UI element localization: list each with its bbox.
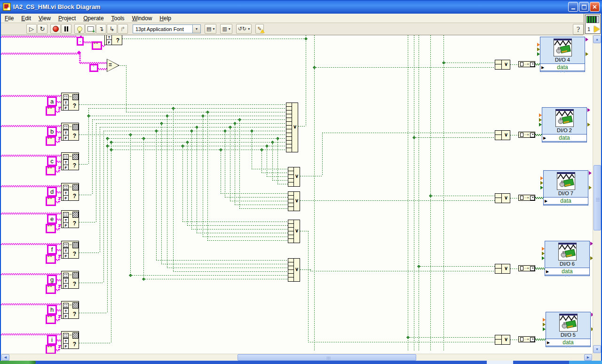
close-button[interactable]: ✕ <box>590 2 600 12</box>
pause-button[interactable] <box>61 24 71 34</box>
run-button[interactable]: ▷ <box>26 24 37 34</box>
vertical-scroll-thumb[interactable] <box>594 165 601 230</box>
retain-wire-values-button[interactable] <box>85 24 95 34</box>
font-selector-dropdown[interactable]: ▾ <box>193 24 201 33</box>
scroll-down-button[interactable]: ▼ <box>593 345 601 353</box>
menu-window[interactable]: Window <box>128 14 156 23</box>
vi-icon[interactable]: 1 <box>585 15 601 34</box>
scroll-left-button[interactable]: ◀ <box>1 354 9 361</box>
string-constant-h[interactable]: h <box>47 305 57 315</box>
match-pattern-node[interactable]: →TF? <box>61 93 79 111</box>
match-pattern-node[interactable]: →TF? <box>61 183 79 201</box>
expand-chevron-icon[interactable]: ⌄⌄ <box>544 204 588 205</box>
expand-chevron-icon[interactable]: ⌄⌄ <box>545 275 589 276</box>
string-constant-g[interactable]: g <box>47 275 57 285</box>
mn-chk <box>72 212 79 218</box>
daq-block-dio7[interactable]: DI/O 7▶data⌄⌄ <box>543 170 588 206</box>
string-constant-i[interactable]: i <box>47 335 57 345</box>
string-constant-c[interactable]: c <box>47 156 57 166</box>
empty-string-constant[interactable]: "" <box>46 315 56 324</box>
match-pattern-node[interactable]: →TF? <box>61 241 79 259</box>
menu-file[interactable]: File <box>1 14 17 23</box>
step-into-button[interactable]: ↴ <box>96 24 106 34</box>
scroll-right-button[interactable]: ▶ <box>584 354 592 361</box>
convert-to-dynamic-data-node[interactable]: ··+ <box>518 132 535 138</box>
empty-string-constant[interactable]: "" <box>46 285 56 294</box>
empty-string-constant[interactable]: "" <box>46 224 56 233</box>
match-pattern-node[interactable]: →TF? <box>61 331 79 349</box>
empty-string-constant[interactable]: "" <box>46 166 56 175</box>
reorder-button[interactable]: ↺↻▾ <box>236 24 252 34</box>
highlight-execution-button[interactable] <box>74 24 85 34</box>
align-objects-button[interactable]: ▤▾ <box>205 24 216 34</box>
block-diagram-canvas[interactable]: a""→TF?b""→TF?c""→TF?d""→TF?e""→TF?f""→T… <box>1 35 593 354</box>
empty-string-constant[interactable]: "" <box>92 41 102 50</box>
step-out-button[interactable]: ↱ <box>118 24 128 34</box>
string-constant-partial[interactable]: · <box>77 37 84 46</box>
compound-or-node[interactable]: ∨ <box>288 191 300 211</box>
taskbar-item[interactable] <box>487 361 513 364</box>
empty-string-constant[interactable]: "" <box>46 106 56 116</box>
match-pattern-node[interactable]: →TF? <box>61 301 79 319</box>
string-constant-d[interactable]: d <box>47 187 57 197</box>
empty-string-constant[interactable]: "" <box>46 197 56 206</box>
convert-to-dynamic-data-node[interactable]: ··+ <box>518 61 535 67</box>
compound-or-node[interactable]: ∨ <box>288 220 300 243</box>
or-2-input-node[interactable]: ∨ <box>495 264 510 274</box>
daq-block-name: DI/O 5 <box>546 332 590 338</box>
distribute-objects-button[interactable]: ▥▾ <box>220 24 232 34</box>
cleanup-diagram-button[interactable]: ✎ <box>255 24 263 34</box>
or-2-input-node[interactable]: ∨ <box>495 335 510 345</box>
daq-block-dio5[interactable]: DI/O 5▶data⌄⌄ <box>546 312 591 347</box>
wire-boolean <box>79 343 111 343</box>
menu-view[interactable]: View <box>35 14 55 23</box>
expand-chevron-icon[interactable]: ⌄⌄ <box>540 71 585 71</box>
match-pattern-node[interactable]: →TF? <box>104 35 122 45</box>
abort-button[interactable] <box>50 24 61 34</box>
compound-or-node[interactable]: ∨ <box>288 258 300 282</box>
or-2-input-node[interactable]: ∨ <box>495 193 510 203</box>
context-help-button[interactable]: ? <box>573 24 584 35</box>
horizontal-scroll-thumb[interactable] <box>238 354 416 361</box>
empty-string-constant[interactable]: "" <box>46 254 56 264</box>
match-pattern-node[interactable]: →TF? <box>61 210 79 228</box>
step-over-button[interactable]: ↳ <box>107 24 117 34</box>
empty-string-constant[interactable]: "" <box>46 345 56 354</box>
horizontal-scrollbar[interactable]: ◀ ▶ <box>1 354 593 361</box>
expand-chevron-icon[interactable]: ⌄⌄ <box>546 346 590 347</box>
string-constant-a[interactable]: a <box>47 96 57 106</box>
minimize-button[interactable] <box>568 2 578 12</box>
run-continuous-button[interactable]: ↻ <box>37 24 48 34</box>
daq-block-dio4[interactable]: DI/O 4▶data⌄⌄ <box>540 37 585 72</box>
or-2-input-node[interactable]: ∨ <box>495 130 510 140</box>
menu-operate[interactable]: Operate <box>79 14 107 23</box>
daq-block-dio6[interactable]: DI/O 6▶data⌄⌄ <box>545 241 590 276</box>
menu-project[interactable]: Project <box>55 14 79 23</box>
empty-string-constant[interactable]: "" <box>46 136 56 146</box>
vertical-scrollbar[interactable]: ▲ ▼ <box>593 35 601 354</box>
restore-button[interactable] <box>579 2 589 12</box>
menu-tools[interactable]: Tools <box>108 14 128 23</box>
match-pattern-node[interactable]: →TF? <box>61 152 79 170</box>
match-pattern-node[interactable]: →TF? <box>61 271 79 289</box>
string-constant-f[interactable]: f <box>47 245 57 254</box>
menu-edit[interactable]: Edit <box>17 14 35 23</box>
font-selector[interactable]: 13pt Application Font <box>133 24 193 33</box>
match-pattern-node[interactable]: →TF? <box>61 123 79 141</box>
wire-boolean <box>267 146 267 176</box>
daq-block-dio2[interactable]: DI/O 2▶data⌄⌄ <box>542 107 587 142</box>
expand-chevron-icon[interactable]: ⌄⌄ <box>542 141 586 142</box>
convert-to-dynamic-data-node[interactable]: ··+ <box>518 195 535 201</box>
compound-or-node[interactable]: ∨ <box>286 103 298 152</box>
wire-boolean <box>182 146 183 222</box>
convert-to-dynamic-data-node[interactable]: ··+ <box>518 265 535 271</box>
string-constant-b[interactable]: b <box>47 127 57 136</box>
compound-or-node[interactable]: ∨ <box>288 167 300 187</box>
string-constant-small[interactable]: ˙ <box>89 64 98 72</box>
or-2-input-node[interactable]: ∨ <box>495 60 510 70</box>
string-constant-e[interactable]: e <box>47 214 57 224</box>
scroll-up-button[interactable]: ▲ <box>593 35 601 43</box>
convert-to-dynamic-data-node[interactable]: ··+ <box>518 336 535 342</box>
menu-help[interactable]: Help <box>156 14 175 23</box>
start-button[interactable] <box>0 361 36 364</box>
